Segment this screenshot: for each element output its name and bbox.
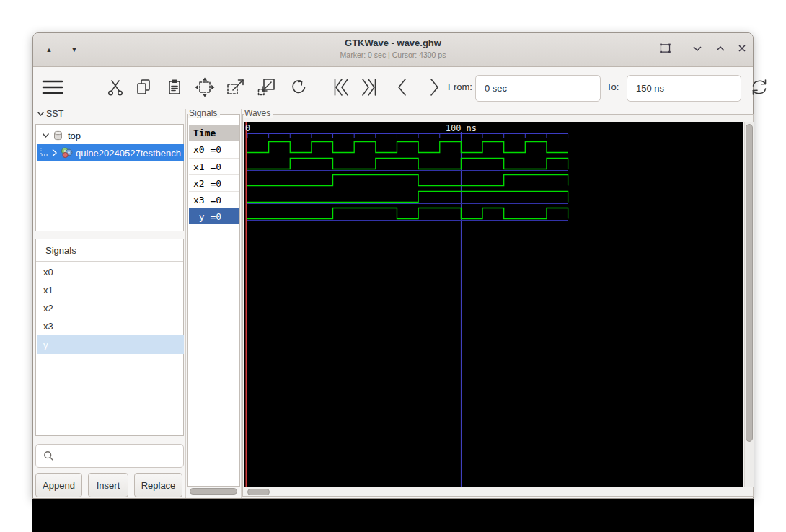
expander-chevron-right-icon [51,148,58,157]
zoom-in-selection-button[interactable] [224,75,248,99]
signal-list-panel: Signals x0 x1 x2 x3 y [35,239,184,436]
skip-to-end-icon [358,76,380,98]
reload-icon [749,76,770,98]
search-input[interactable] [58,445,188,467]
sst-tree: top quine20240527testbench [35,124,184,231]
wave-row-x3[interactable] [247,192,568,204]
wave-row-y[interactable] [247,208,568,221]
wave-row-x0[interactable] [247,142,568,154]
chevron-right-icon [424,76,444,98]
signal-list-header: Signals [45,245,76,256]
to-label: To: [606,81,619,92]
window-close-button[interactable] [735,42,749,55]
zoom-out-selection-button[interactable] [255,75,279,99]
signal-value-row-x1[interactable]: x1 =0 [189,158,239,174]
expander-chevron-down-icon [42,133,50,138]
replace-button[interactable]: Replace [134,473,182,497]
chevron-left-icon [392,76,412,98]
signal-list-item-y[interactable]: y [37,335,184,354]
time-header-cell[interactable]: Time [189,125,239,141]
signal-list-item-x1[interactable]: x1 [37,281,184,299]
signal-value-row-y[interactable]: y =0 [189,208,239,224]
wave-canvas[interactable]: 0100 ns [244,122,743,487]
copy-button[interactable] [131,75,156,99]
zoom-out-arrow-icon [256,76,278,98]
bottom-black-band [32,499,754,532]
signal-values-hscrollbar-thumb[interactable] [190,488,237,495]
waves-header: Waves [244,108,273,118]
window-minimize-button[interactable] [690,42,705,55]
undo-arrow-icon [287,76,309,98]
hamburger-menu-icon [42,79,63,96]
toolbar: From: To: [33,67,753,109]
signal-value-row-x2[interactable]: x2 =0 [189,174,239,191]
signal-list-item-x2[interactable]: x2 [37,299,184,317]
reload-button[interactable] [747,75,772,99]
wave-row-x2[interactable] [247,175,568,187]
signal-list-item-x3[interactable]: x3 [37,317,184,335]
waves-frame: 0100 ns [242,114,754,497]
gtkwave-window: ▲ ▼ GTKWave - wave.ghw Marker: 0 sec | C… [32,32,754,499]
zoom-to-start-button[interactable] [329,75,353,99]
fit-window-button[interactable] [657,40,673,56]
shift-right-button[interactable] [422,75,446,99]
signal-value-row-x0[interactable]: x0 =0 [189,141,239,158]
signal-values-frame: Time x0 =0 x1 =0 x2 =0 x3 =0 y =0 [187,114,240,487]
insert-button[interactable]: Insert [88,473,128,497]
sst-header-label: SST [46,109,63,119]
window-maximize-button[interactable] [713,42,728,55]
waves-vscrollbar-thumb[interactable] [746,124,753,442]
from-label: From: [448,81,472,92]
window-title: GTKWave - wave.ghw [33,37,753,48]
zoom-in-arrow-icon [225,76,247,98]
signal-value-row-x3[interactable]: x3 =0 [189,191,239,208]
divider [36,261,183,262]
close-icon [738,44,746,53]
search-icon [43,451,54,461]
sst-expander[interactable]: SST [37,108,63,120]
timeline-100ns-label: 100 ns [446,123,477,133]
tree-branch-icon [39,148,50,158]
zoom-fit-icon [194,76,216,98]
chevron-up-icon [715,45,725,52]
waves-hscrollbar-thumb[interactable] [247,489,270,495]
shift-left-button[interactable] [390,75,415,99]
from-time-input[interactable] [475,75,601,102]
clipboard-paste-icon [164,77,185,97]
entity-gears-icon [61,147,73,159]
titlebar: ▲ ▼ GTKWave - wave.ghw Marker: 0 sec | C… [33,33,753,67]
append-button[interactable]: Append [35,473,82,497]
cut-button[interactable] [103,75,128,99]
tree-item-top[interactable]: top [37,127,184,144]
copy-icon [133,77,154,97]
module-cylinder-icon [53,130,63,141]
signal-values-header: Signals [188,108,220,118]
tree-item-label: quine20240527testbench [76,148,181,159]
waves-vscrollbar[interactable] [744,122,754,487]
chevron-down-icon [692,45,702,52]
zoom-fit-button[interactable] [193,75,217,99]
to-time-input[interactable] [627,75,741,102]
signal-search-box [35,444,184,468]
timeline-zero-label: 0 [245,123,250,133]
menu-button[interactable] [40,75,65,99]
skip-to-start-icon [330,76,352,98]
undo-button[interactable] [286,75,310,99]
scissors-icon [105,77,125,97]
paste-button[interactable] [162,75,187,99]
signal-list-item-x0[interactable]: x0 [37,263,184,281]
pane-splitter-left[interactable] [185,109,186,498]
window-status-text: Marker: 0 sec | Cursor: 4300 ps [33,50,753,59]
wave-row-x1[interactable] [247,159,568,171]
fit-frame-icon [658,42,672,55]
tree-item-label: top [68,130,81,141]
wave-timeline: 0100 ns [245,123,568,138]
zoom-to-end-button[interactable] [357,75,381,99]
tree-item-testbench[interactable]: quine20240527testbench [37,144,184,161]
pane-splitter-middle[interactable] [241,109,242,498]
expander-chevron-down-icon [37,111,45,117]
